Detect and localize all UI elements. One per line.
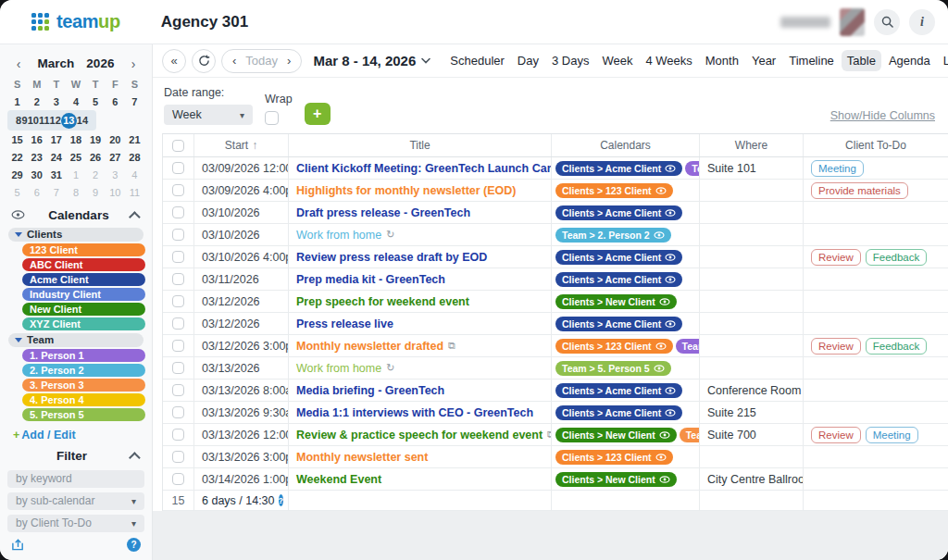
row-checkbox[interactable] (172, 206, 184, 218)
row-checkbox[interactable] (172, 295, 184, 307)
share-icon[interactable] (11, 538, 25, 552)
calendar-group-clients[interactable]: Clients (8, 228, 143, 242)
mini-day[interactable]: 3 (106, 169, 125, 180)
sidebar-calendar-industry-client[interactable]: Industry Client (22, 288, 145, 301)
date-range-select[interactable]: Week▾ (164, 105, 253, 125)
mini-day[interactable]: 2 (86, 169, 106, 180)
mini-day[interactable]: 13 (61, 113, 77, 129)
table-row[interactable]: 03/09/2026 12:00pmClient Kickoff Meeting… (163, 157, 948, 180)
sidebar-calendar-123-client[interactable]: 123 Client (22, 243, 145, 256)
sidebar-calendar-xyz-client[interactable]: XYZ Client (22, 317, 145, 330)
mini-day[interactable]: 18 (66, 134, 85, 145)
column-header-client-todo[interactable]: Client To-Do (804, 134, 948, 156)
row-checkbox[interactable] (172, 162, 184, 174)
mini-day[interactable]: 1 (7, 96, 27, 107)
mini-day[interactable]: 17 (46, 134, 66, 145)
sidebar-calendar-abc-client[interactable]: ABC Client (22, 258, 145, 271)
add-edit-link[interactable]: +Add / Edit (13, 429, 152, 442)
show-hide-columns-link[interactable]: Show/Hide Columns (830, 109, 935, 122)
mini-day[interactable]: 11 (39, 115, 50, 126)
wrap-checkbox[interactable] (265, 111, 279, 125)
filter-subcalendar-select[interactable]: by sub-calendar▾ (7, 492, 144, 510)
mini-day[interactable]: 6 (106, 96, 125, 107)
help-icon[interactable]: ? (127, 538, 141, 552)
table-row[interactable]: 03/12/2026Prep speech for weekend eventC… (163, 291, 948, 313)
table-row[interactable]: 03/13/2026Work from home↻Team > 5. Perso… (163, 357, 948, 380)
row-checkbox[interactable] (172, 251, 184, 263)
next-week-button[interactable]: › (287, 54, 291, 68)
select-all-checkbox[interactable] (172, 140, 184, 152)
tab-scheduler[interactable]: Scheduler (444, 50, 510, 71)
mini-day[interactable]: 5 (7, 187, 27, 198)
row-checkbox[interactable] (172, 384, 184, 396)
mini-day[interactable]: 1 (66, 169, 85, 180)
filter-client-todo-select[interactable]: by Client To-Do▾ (7, 515, 144, 532)
column-header-title[interactable]: Title (289, 134, 552, 156)
table-row[interactable]: 03/09/2026 4:00pmHighlights for monthly … (163, 180, 948, 202)
table-row[interactable]: 03/13/2026 8:00amMedia briefing - GreenT… (163, 380, 948, 402)
mini-day[interactable]: 10 (28, 115, 39, 126)
mini-day[interactable]: 30 (27, 169, 46, 180)
table-row[interactable]: 03/13/2026 9:30amMedia 1:1 interviews wi… (163, 402, 948, 424)
column-header-start[interactable]: Start↑ (194, 134, 289, 156)
tab-timeline[interactable]: Timeline (783, 50, 840, 71)
table-row[interactable]: 03/10/2026Draft press release - GreenTec… (163, 202, 948, 224)
table-row[interactable]: 03/12/2026Press release liveClients > Ac… (163, 313, 948, 335)
tab-table[interactable]: Table (842, 50, 881, 71)
sidebar-calendar-4-person-4[interactable]: 4. Person 4 (22, 393, 145, 406)
mini-day[interactable]: 5 (86, 96, 106, 107)
sidebar-calendar-2-person-2[interactable]: 2. Person 2 (22, 364, 145, 377)
row-checkbox[interactable] (172, 362, 184, 374)
mini-day[interactable]: 4 (125, 169, 144, 180)
mini-day[interactable]: 27 (106, 152, 125, 163)
row-checkbox[interactable] (172, 184, 184, 196)
table-row[interactable]: 03/10/2026Work from home↻Team > 2. Perso… (163, 224, 948, 246)
mini-day[interactable]: 31 (46, 169, 66, 180)
user-avatar[interactable] (840, 8, 865, 36)
row-checkbox[interactable] (172, 429, 184, 441)
prev-week-button[interactable]: ‹ (232, 54, 236, 68)
mini-day[interactable]: 3 (46, 96, 66, 107)
eye-icon[interactable] (11, 210, 25, 219)
info-icon[interactable]: i (909, 9, 935, 35)
mini-prev-icon[interactable]: ‹ (13, 56, 24, 71)
table-row[interactable]: 03/12/2026 3:00pmMonthly newsletter draf… (163, 335, 948, 357)
mini-day[interactable]: 26 (86, 152, 106, 163)
table-row[interactable]: 03/13/2026 12:00pmReview & practice spee… (163, 424, 948, 446)
calendar-group-team[interactable]: Team (8, 333, 143, 347)
table-row[interactable]: 03/14/2026 1:00pmWeekend EventClients > … (163, 468, 948, 491)
mini-day[interactable]: 22 (7, 152, 27, 163)
sidebar-calendar-new-client[interactable]: New Client (22, 303, 145, 316)
mini-day[interactable]: 25 (66, 152, 85, 163)
collapse-sidebar-button[interactable]: « (162, 49, 186, 73)
row-checkbox[interactable] (172, 451, 184, 463)
sidebar-calendar-acme-client[interactable]: Acme Client (22, 273, 145, 286)
refresh-button[interactable] (192, 49, 216, 73)
sidebar-calendar-3-person-3[interactable]: 3. Person 3 (22, 379, 145, 392)
column-header-where[interactable]: Where (700, 134, 804, 156)
mini-day[interactable]: 29 (7, 169, 27, 180)
mini-day[interactable]: 8 (66, 187, 85, 198)
table-row[interactable]: 03/13/2026 3:00pmMonthly newsletter sent… (163, 446, 948, 468)
mini-day[interactable]: 15 (7, 134, 27, 145)
mini-day[interactable]: 23 (27, 152, 46, 163)
mini-day[interactable]: 9 (86, 187, 106, 198)
row-checkbox[interactable] (172, 273, 184, 285)
mini-day[interactable]: 14 (77, 115, 88, 126)
tab-list[interactable]: List (938, 50, 948, 71)
mini-day[interactable]: 2 (27, 96, 46, 107)
sidebar-calendar-5-person-5[interactable]: 5. Person 5 (22, 408, 145, 421)
help-icon[interactable]: ? (279, 494, 284, 506)
tab-week[interactable]: Week (596, 50, 638, 71)
teamup-logo[interactable]: teamup (31, 11, 120, 32)
row-checkbox[interactable] (172, 406, 184, 418)
filter-keyword-input[interactable]: by keyword (7, 470, 144, 488)
mini-day[interactable]: 19 (86, 134, 106, 145)
mini-day[interactable]: 7 (125, 96, 144, 107)
mini-day[interactable]: 24 (46, 152, 66, 163)
today-button[interactable]: Today (245, 54, 278, 68)
tab-year[interactable]: Year (746, 50, 781, 71)
mini-day[interactable]: 11 (125, 187, 144, 198)
row-checkbox[interactable] (172, 229, 184, 241)
table-row[interactable]: 03/10/2026 4:00pmReview press release dr… (163, 246, 948, 268)
